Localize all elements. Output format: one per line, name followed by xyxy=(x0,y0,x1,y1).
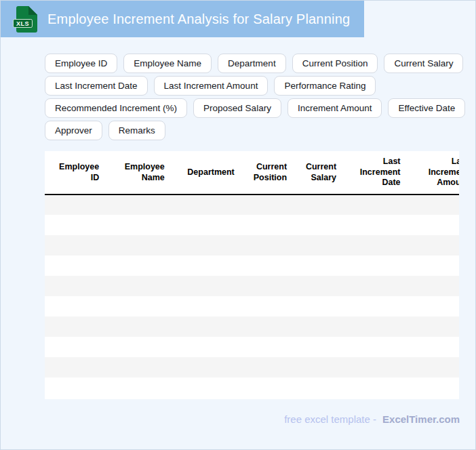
table-cell xyxy=(294,195,343,215)
field-tag-employee-name[interactable]: Employee Name xyxy=(123,54,212,73)
table-cell xyxy=(408,337,459,357)
table-cell xyxy=(106,296,172,316)
field-tag-row: Recommended Increment (%)Proposed Salary… xyxy=(45,98,472,118)
table-cell xyxy=(45,255,106,276)
table-cell xyxy=(408,357,459,377)
table-cell xyxy=(343,235,407,255)
table-row xyxy=(45,337,459,357)
field-tag-current-salary[interactable]: Current Salary xyxy=(384,54,463,73)
column-header-employee-id: Employee ID xyxy=(45,151,106,195)
table-cell xyxy=(408,377,459,398)
table-cell xyxy=(106,377,172,398)
column-header-department: Department xyxy=(172,151,241,195)
table-cell xyxy=(294,215,343,235)
table-cell xyxy=(172,215,241,235)
table-cell xyxy=(294,235,343,255)
table-cell xyxy=(343,377,407,398)
template-header-banner: XLS Employee Increment Analysis for Sala… xyxy=(1,1,364,37)
table-cell xyxy=(294,255,343,276)
template-preview-page: XLS Employee Increment Analysis for Sala… xyxy=(0,0,476,450)
table-cell xyxy=(408,316,459,337)
table-row xyxy=(45,195,459,215)
table-cell xyxy=(241,215,294,235)
table-cell xyxy=(172,235,241,255)
field-tag-performance-rating[interactable]: Performance Rating xyxy=(274,76,376,96)
table-cell xyxy=(172,316,241,337)
table-cell xyxy=(106,337,172,357)
table-cell xyxy=(294,316,343,337)
footer-brand-link[interactable]: ExcelTimer.com xyxy=(382,413,460,425)
table-cell xyxy=(172,337,241,357)
field-tag-row: Employee IDEmployee NameDepartmentCurren… xyxy=(45,54,472,73)
spreadsheet-preview: Employee IDEmployee NameDepartmentCurren… xyxy=(45,151,459,399)
table-row xyxy=(45,215,459,235)
field-tag-row: Last Increment DateLast Increment Amount… xyxy=(45,76,472,96)
table-cell xyxy=(343,296,407,316)
table-cell xyxy=(172,357,241,377)
table-cell xyxy=(408,235,459,255)
table-cell xyxy=(343,215,407,235)
table-cell xyxy=(408,255,459,276)
table-cell xyxy=(106,357,172,377)
table-cell xyxy=(343,357,407,377)
xls-file-icon: XLS xyxy=(13,5,38,33)
table-cell xyxy=(45,296,106,316)
table-cell xyxy=(241,357,294,377)
column-header-last-increment-amount: Last Increment Amount xyxy=(408,151,459,195)
table-cell xyxy=(241,235,294,255)
table-cell xyxy=(241,337,294,357)
table-cell xyxy=(294,296,343,316)
field-tag-department[interactable]: Department xyxy=(218,54,286,73)
table-cell xyxy=(294,377,343,398)
increment-analysis-table: Employee IDEmployee NameDepartmentCurren… xyxy=(45,151,459,398)
table-cell xyxy=(172,377,241,398)
table-cell xyxy=(241,195,294,215)
table-cell xyxy=(241,276,294,296)
table-cell xyxy=(343,195,407,215)
table-cell xyxy=(45,337,106,357)
table-cell xyxy=(294,337,343,357)
field-tag-remarks[interactable]: Remarks xyxy=(108,121,165,140)
table-cell xyxy=(45,316,106,337)
table-cell xyxy=(408,195,459,215)
field-tag-increment-amount[interactable]: Increment Amount xyxy=(287,98,382,118)
table-row xyxy=(45,296,459,316)
table-row xyxy=(45,235,459,255)
footer: free excel template -ExcelTimer.com xyxy=(45,413,460,425)
column-header-employee-name: Employee Name xyxy=(106,151,172,195)
table-header-row: Employee IDEmployee NameDepartmentCurren… xyxy=(45,151,459,195)
table-cell xyxy=(172,195,241,215)
table-cell xyxy=(294,276,343,296)
field-tag-last-increment-date[interactable]: Last Increment Date xyxy=(45,76,148,96)
column-header-last-increment-date: Last Increment Date xyxy=(343,151,407,195)
page-title: Employee Increment Analysis for Salary P… xyxy=(47,12,350,27)
column-header-current-salary: Current Salary xyxy=(294,151,343,195)
table-cell xyxy=(343,276,407,296)
field-tag-recommended-increment[interactable]: Recommended Increment (%) xyxy=(45,98,187,118)
table-cell xyxy=(45,377,106,398)
table-cell xyxy=(45,276,106,296)
table-cell xyxy=(106,255,172,276)
field-tag-last-increment-amount[interactable]: Last Increment Amount xyxy=(154,76,269,96)
table-cell xyxy=(241,316,294,337)
table-cell xyxy=(106,235,172,255)
field-tag-employee-id[interactable]: Employee ID xyxy=(45,54,117,73)
footer-tagline: free excel template - xyxy=(284,413,376,425)
table-cell xyxy=(172,296,241,316)
table-cell xyxy=(106,215,172,235)
table-cell xyxy=(45,357,106,377)
field-tag-list: Employee IDEmployee NameDepartmentCurren… xyxy=(45,54,472,140)
field-tag-row: ApproverRemarks xyxy=(45,121,472,140)
table-cell xyxy=(343,255,407,276)
table-row xyxy=(45,276,459,296)
table-cell xyxy=(294,357,343,377)
field-tag-current-position[interactable]: Current Position xyxy=(292,54,378,73)
table-cell xyxy=(408,296,459,316)
field-tag-approver[interactable]: Approver xyxy=(45,121,102,140)
table-cell xyxy=(45,195,106,215)
field-tag-proposed-salary[interactable]: Proposed Salary xyxy=(193,98,281,118)
table-cell xyxy=(45,235,106,255)
table-cell xyxy=(172,276,241,296)
field-tag-effective-date[interactable]: Effective Date xyxy=(388,98,465,118)
table-cell xyxy=(106,276,172,296)
